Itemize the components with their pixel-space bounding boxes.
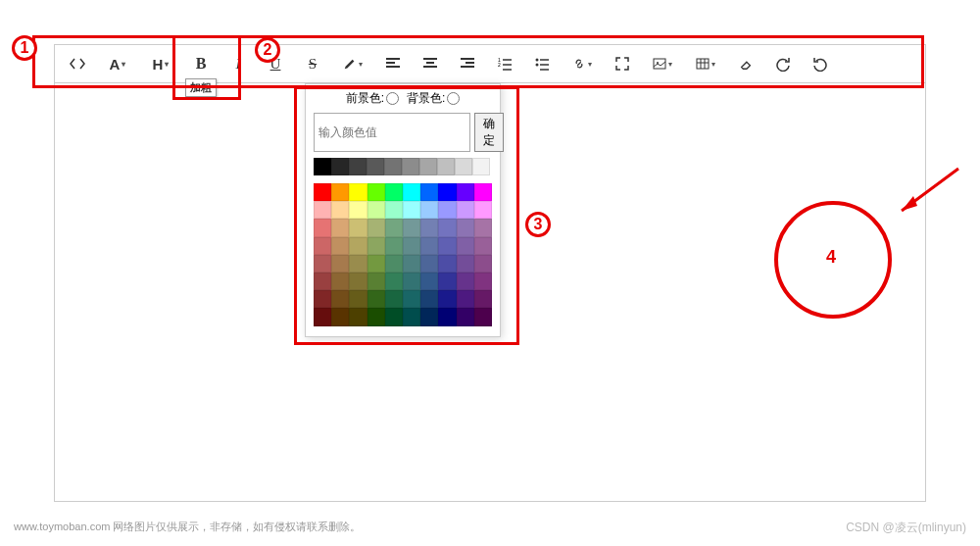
color-swatch[interactable] xyxy=(314,290,331,308)
table-button[interactable]: ▾ xyxy=(692,53,719,74)
color-swatch[interactable] xyxy=(368,201,385,219)
color-swatch[interactable] xyxy=(403,308,420,325)
color-swatch[interactable] xyxy=(314,237,331,255)
color-swatch[interactable] xyxy=(368,255,385,273)
color-swatch[interactable] xyxy=(403,183,420,201)
color-value-input[interactable] xyxy=(314,113,470,152)
color-swatch[interactable] xyxy=(385,237,403,255)
color-swatch[interactable] xyxy=(314,183,331,201)
color-swatch[interactable] xyxy=(385,308,403,325)
ordered-list-button[interactable]: 12 xyxy=(494,53,515,74)
color-swatch[interactable] xyxy=(419,158,437,175)
italic-button[interactable]: I xyxy=(227,53,249,74)
color-swatch[interactable] xyxy=(349,219,367,236)
color-swatch[interactable] xyxy=(349,183,367,201)
color-swatch[interactable] xyxy=(438,273,456,290)
color-swatch[interactable] xyxy=(384,158,402,175)
color-swatch[interactable] xyxy=(331,237,349,255)
brush-button[interactable]: ▾ xyxy=(339,53,367,74)
color-swatch[interactable] xyxy=(457,237,474,255)
color-swatch[interactable] xyxy=(457,308,474,325)
color-swatch[interactable] xyxy=(331,273,349,290)
color-swatch[interactable] xyxy=(349,308,367,325)
color-swatch[interactable] xyxy=(385,290,403,308)
color-swatch[interactable] xyxy=(474,237,492,255)
color-swatch[interactable] xyxy=(368,290,385,308)
color-swatch[interactable] xyxy=(331,219,349,236)
color-swatch[interactable] xyxy=(420,273,438,290)
color-swatch[interactable] xyxy=(331,158,349,175)
undo-button[interactable] xyxy=(809,53,831,74)
color-swatch[interactable] xyxy=(420,201,438,219)
align-left-button[interactable] xyxy=(382,53,404,74)
eraser-button[interactable] xyxy=(735,53,757,74)
color-swatch[interactable] xyxy=(420,183,438,201)
background-color-option[interactable]: 背景色: xyxy=(407,90,460,107)
color-swatch[interactable] xyxy=(349,237,367,255)
color-swatch[interactable] xyxy=(457,255,474,273)
color-swatch[interactable] xyxy=(438,219,456,236)
color-swatch[interactable] xyxy=(314,255,331,273)
color-swatch[interactable] xyxy=(331,183,349,201)
color-swatch[interactable] xyxy=(349,290,367,308)
color-swatch[interactable] xyxy=(403,290,420,308)
color-swatch[interactable] xyxy=(331,255,349,273)
color-swatch[interactable] xyxy=(367,158,384,175)
link-button[interactable]: ▾ xyxy=(568,53,596,74)
color-swatch[interactable] xyxy=(403,201,420,219)
color-swatch[interactable] xyxy=(368,237,385,255)
color-swatch[interactable] xyxy=(457,201,474,219)
color-swatch[interactable] xyxy=(403,237,420,255)
color-swatch[interactable] xyxy=(349,255,367,273)
color-swatch[interactable] xyxy=(314,308,331,325)
color-swatch[interactable] xyxy=(403,273,420,290)
color-swatch[interactable] xyxy=(457,290,474,308)
color-swatch[interactable] xyxy=(385,255,403,273)
color-swatch[interactable] xyxy=(455,158,472,175)
color-swatch[interactable] xyxy=(474,308,492,325)
color-swatch[interactable] xyxy=(420,308,438,325)
color-swatch[interactable] xyxy=(472,158,490,175)
align-center-button[interactable] xyxy=(419,53,441,74)
color-swatch[interactable] xyxy=(438,290,456,308)
color-swatch[interactable] xyxy=(474,183,492,201)
color-swatch[interactable] xyxy=(402,158,419,175)
color-swatch[interactable] xyxy=(457,183,474,201)
color-swatch[interactable] xyxy=(474,273,492,290)
font-button[interactable]: A▾ xyxy=(104,53,131,74)
color-swatch[interactable] xyxy=(368,273,385,290)
color-swatch[interactable] xyxy=(368,183,385,201)
color-swatch[interactable] xyxy=(314,158,331,175)
color-swatch[interactable] xyxy=(331,201,349,219)
color-swatch[interactable] xyxy=(385,183,403,201)
color-swatch[interactable] xyxy=(403,255,420,273)
color-swatch[interactable] xyxy=(474,290,492,308)
color-swatch[interactable] xyxy=(331,290,349,308)
foreground-radio[interactable] xyxy=(386,92,399,105)
color-swatch[interactable] xyxy=(314,273,331,290)
strikethrough-button[interactable]: S xyxy=(302,53,323,74)
maximize-button[interactable] xyxy=(612,53,633,74)
heading-button[interactable]: H▾ xyxy=(147,53,174,74)
color-swatch[interactable] xyxy=(438,237,456,255)
color-swatch[interactable] xyxy=(349,201,367,219)
color-swatch[interactable] xyxy=(438,183,456,201)
color-swatch[interactable] xyxy=(403,219,420,236)
color-swatch[interactable] xyxy=(349,158,367,175)
color-swatch[interactable] xyxy=(438,255,456,273)
color-swatch[interactable] xyxy=(420,219,438,236)
color-swatch[interactable] xyxy=(438,201,456,219)
code-icon[interactable] xyxy=(67,53,88,74)
color-swatch[interactable] xyxy=(437,158,455,175)
color-swatch[interactable] xyxy=(457,219,474,236)
color-swatch[interactable] xyxy=(457,273,474,290)
color-swatch[interactable] xyxy=(474,201,492,219)
redo-button[interactable] xyxy=(772,53,794,74)
confirm-button[interactable]: 确定 xyxy=(474,113,504,152)
color-swatch[interactable] xyxy=(314,201,331,219)
color-swatch[interactable] xyxy=(331,308,349,325)
color-swatch[interactable] xyxy=(474,255,492,273)
color-swatch[interactable] xyxy=(385,201,403,219)
color-swatch[interactable] xyxy=(368,308,385,325)
color-swatch[interactable] xyxy=(474,219,492,236)
